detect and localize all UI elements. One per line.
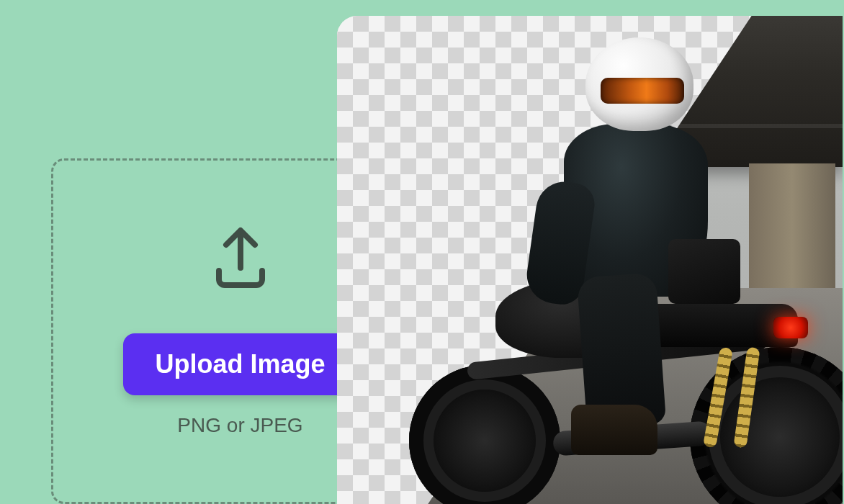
preview-image-card	[337, 16, 843, 504]
upload-hint: PNG or JPEG	[177, 414, 302, 437]
upload-image-button[interactable]: Upload Image	[123, 333, 356, 395]
upload-icon	[201, 218, 280, 297]
